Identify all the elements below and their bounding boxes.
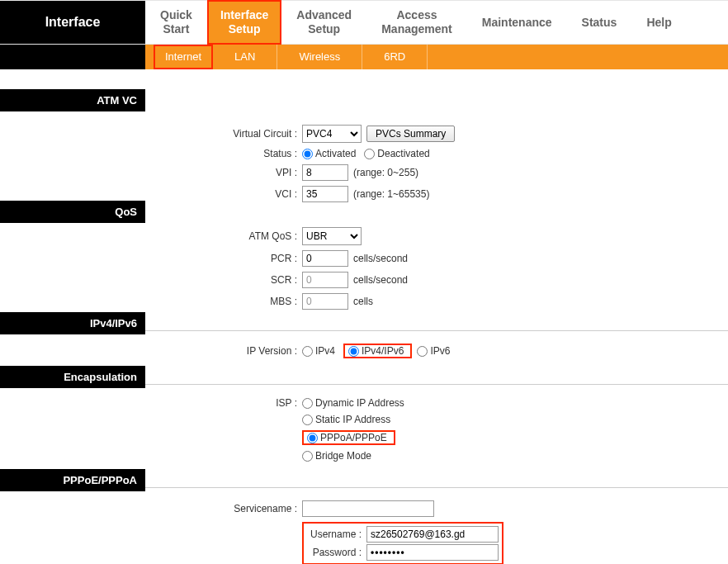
input-servicename[interactable] bbox=[302, 500, 434, 517]
input-mbs bbox=[302, 293, 348, 310]
label-pcr: PCR : bbox=[145, 253, 302, 264]
section-ipv: IPv4/IPv6 IP Version : IPv4 IPv4/IPv6 IP… bbox=[0, 312, 728, 366]
unit-mbs: cells bbox=[353, 296, 373, 307]
brand-title: Interface bbox=[0, 1, 145, 44]
section-header-ppp: PPPoE/PPPoA bbox=[0, 469, 145, 491]
radio-ipv6[interactable]: IPv6 bbox=[417, 345, 450, 357]
unit-pcr: cells/second bbox=[353, 253, 408, 264]
section-encap: Encapsulation ISP : Dynamic IP Address S… bbox=[0, 366, 728, 469]
tab-quick-start[interactable]: Quick Start bbox=[145, 2, 207, 43]
top-bar: Interface Quick Start Interface Setup Ad… bbox=[0, 0, 728, 45]
label-servicename: Servicename : bbox=[145, 503, 302, 514]
sub-nav: Internet LAN Wireless 6RD bbox=[0, 45, 728, 69]
subnav-wireless[interactable]: Wireless bbox=[277, 45, 362, 69]
section-header-qos: QoS bbox=[0, 201, 145, 223]
section-header-ipv: IPv4/IPv6 bbox=[0, 312, 145, 334]
pvcs-summary-button[interactable]: PVCs Summary bbox=[366, 126, 455, 142]
input-password[interactable] bbox=[366, 544, 499, 561]
label-status: Status : bbox=[145, 148, 302, 159]
tab-help[interactable]: Help bbox=[631, 9, 686, 36]
range-vci: (range: 1~65535) bbox=[353, 188, 429, 200]
tab-maintenance[interactable]: Maintenance bbox=[467, 9, 567, 36]
unit-scr: cells/second bbox=[353, 274, 408, 286]
label-virtual-circuit: Virtual Circuit : bbox=[145, 128, 302, 140]
select-atmqos[interactable]: UBR bbox=[302, 227, 362, 245]
tab-access-management[interactable]: Access Management bbox=[366, 2, 467, 43]
label-vpi: VPI : bbox=[145, 167, 302, 178]
input-scr bbox=[302, 272, 348, 288]
section-header-atmvc: ATM VC bbox=[0, 89, 145, 111]
section-ppp: PPPoE/PPPoA Servicename : Username : Pas… bbox=[0, 469, 728, 564]
input-username[interactable] bbox=[366, 526, 499, 543]
select-virtual-circuit[interactable]: PVC4 bbox=[302, 125, 362, 143]
radio-deactivated[interactable]: Deactivated bbox=[364, 148, 429, 159]
tab-advanced-setup[interactable]: Advanced Setup bbox=[281, 2, 366, 43]
label-atmqos: ATM QoS : bbox=[145, 230, 302, 242]
main-tabs: Quick Start Interface Setup Advanced Set… bbox=[145, 1, 728, 44]
input-vci[interactable] bbox=[302, 186, 348, 202]
highlight-credentials: Username : Password : bbox=[302, 522, 503, 564]
label-scr: SCR : bbox=[145, 274, 302, 286]
radio-bridge[interactable]: Bridge Mode bbox=[302, 450, 371, 462]
range-vpi: (range: 0~255) bbox=[353, 167, 418, 178]
radio-ipv4ipv6[interactable]: IPv4/IPv6 bbox=[348, 345, 404, 357]
input-vpi[interactable] bbox=[302, 164, 348, 181]
radio-ipv4[interactable]: IPv4 bbox=[302, 345, 335, 357]
radio-pppoa-pppoe[interactable]: PPPoA/PPPoE bbox=[307, 432, 387, 443]
section-atmvc: ATM VC QoS Virtual Circuit : PVC4 PVCs S… bbox=[0, 89, 728, 312]
input-pcr[interactable] bbox=[302, 250, 348, 267]
label-ipversion: IP Version : bbox=[145, 345, 302, 357]
radio-activated[interactable]: Activated bbox=[302, 148, 356, 159]
subnav-6rd[interactable]: 6RD bbox=[362, 45, 428, 69]
tab-interface-setup[interactable]: Interface Setup bbox=[207, 0, 281, 45]
label-vci: VCI : bbox=[145, 188, 302, 200]
radio-static-ip[interactable]: Static IP Address bbox=[302, 414, 390, 425]
tab-status[interactable]: Status bbox=[567, 9, 632, 36]
subnav-internet[interactable]: Internet bbox=[154, 45, 213, 69]
label-username: Username : bbox=[307, 528, 366, 540]
label-mbs: MBS : bbox=[145, 296, 302, 307]
subnav-lan[interactable]: LAN bbox=[213, 45, 277, 69]
radio-dynamic-ip[interactable]: Dynamic IP Address bbox=[302, 397, 404, 409]
highlight-ipv46: IPv4/IPv6 bbox=[343, 344, 412, 358]
label-isp: ISP : bbox=[145, 397, 302, 409]
highlight-pppoe: PPPoA/PPPoE bbox=[302, 430, 395, 445]
section-header-encap: Encapsulation bbox=[0, 366, 145, 388]
label-password: Password : bbox=[307, 547, 366, 558]
